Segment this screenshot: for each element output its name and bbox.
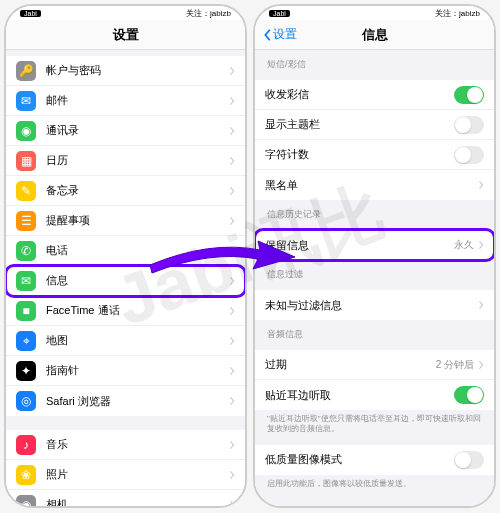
section-header: 信息历史记录 — [255, 200, 494, 224]
settings-row[interactable]: ■FaceTime 通话 — [6, 296, 245, 326]
chevron-right-icon — [229, 126, 235, 136]
app-icon: ✆ — [16, 241, 36, 261]
section-footer: "贴近耳边听取"使您只需将电话举至耳边，即可快速听取和回复收到的音频信息。 — [255, 410, 494, 439]
settings-row[interactable]: 黑名单 — [255, 170, 494, 200]
chevron-right-icon — [229, 96, 235, 106]
row-label: 帐户与密码 — [46, 63, 229, 78]
chevron-right-icon — [478, 180, 484, 190]
toggle-switch[interactable] — [454, 386, 484, 404]
section-footer: 启用此功能后，图像将以较低质量发送。 — [255, 475, 494, 493]
settings-row[interactable]: ◉相机 — [6, 490, 245, 506]
toggle-switch[interactable] — [454, 146, 484, 164]
chevron-right-icon — [229, 500, 235, 507]
phone-messages: Jabi 关注：jabizb 设置 信息 短信/彩信收发彩信显示主题栏字符计数黑… — [253, 4, 496, 508]
row-label: 过期 — [265, 357, 436, 372]
settings-row[interactable]: ✉︎信息 — [6, 266, 245, 296]
chevron-right-icon — [478, 300, 484, 310]
row-value: 永久 — [454, 238, 474, 252]
settings-row[interactable]: ☰提醒事项 — [6, 206, 245, 236]
row-label: 贴近耳边听取 — [265, 388, 454, 403]
status-bar: Jabi 关注：jabizb — [255, 6, 494, 20]
app-icon: ◉ — [16, 495, 36, 507]
settings-row[interactable]: ✎备忘录 — [6, 176, 245, 206]
settings-row[interactable]: ✦指南针 — [6, 356, 245, 386]
row-label: 低质量图像模式 — [265, 452, 454, 467]
phone-settings: Jabi 关注：jabizb 设置 🔑帐户与密码✉︎邮件◉通讯录▦日历✎备忘录☰… — [4, 4, 247, 508]
app-icon: ✎ — [16, 181, 36, 201]
row-label: 相机 — [46, 497, 229, 506]
phones-container: Jabi 关注：jabizb 设置 🔑帐户与密码✉︎邮件◉通讯录▦日历✎备忘录☰… — [0, 0, 500, 512]
chevron-left-icon — [263, 28, 273, 42]
settings-row[interactable]: ⌖地图 — [6, 326, 245, 356]
row-label: 提醒事项 — [46, 213, 229, 228]
row-value: 2 分钟后 — [436, 358, 474, 372]
chevron-right-icon — [478, 360, 484, 370]
settings-row[interactable]: ❀照片 — [6, 460, 245, 490]
settings-row[interactable]: ▦日历 — [6, 146, 245, 176]
chevron-right-icon — [229, 186, 235, 196]
settings-row[interactable]: ◎Safari 浏览器 — [6, 386, 245, 416]
settings-row[interactable]: ♪音乐 — [6, 430, 245, 460]
status-left: Jabi — [20, 10, 41, 17]
app-icon: ◉ — [16, 121, 36, 141]
back-button[interactable]: 设置 — [263, 26, 297, 43]
settings-row[interactable]: 过期2 分钟后 — [255, 350, 494, 380]
settings-row[interactable]: ◉通讯录 — [6, 116, 245, 146]
toggle-switch[interactable] — [454, 451, 484, 469]
chevron-right-icon — [229, 66, 235, 76]
row-label: 通讯录 — [46, 123, 229, 138]
messages-settings-list[interactable]: 短信/彩信收发彩信显示主题栏字符计数黑名单信息历史记录保留信息永久信息过滤未知与… — [255, 50, 494, 506]
toggle-switch[interactable] — [454, 86, 484, 104]
row-label: 照片 — [46, 467, 229, 482]
settings-row[interactable]: 收发彩信 — [255, 80, 494, 110]
app-icon: ✉︎ — [16, 91, 36, 111]
app-icon: ♪ — [16, 435, 36, 455]
app-icon: ☰ — [16, 211, 36, 231]
settings-row[interactable]: 显示主题栏 — [255, 110, 494, 140]
row-label: 信息 — [46, 273, 229, 288]
settings-row[interactable]: ✆电话 — [6, 236, 245, 266]
chevron-right-icon — [229, 306, 235, 316]
row-label: 音乐 — [46, 437, 229, 452]
status-left: Jabi — [269, 10, 290, 17]
chevron-right-icon — [229, 276, 235, 286]
navbar-settings: 设置 — [6, 20, 245, 50]
app-icon: ✦ — [16, 361, 36, 381]
row-label: 显示主题栏 — [265, 117, 454, 132]
row-label: 收发彩信 — [265, 87, 454, 102]
row-label: FaceTime 通话 — [46, 303, 229, 318]
row-label: 地图 — [46, 333, 229, 348]
settings-row[interactable]: 🔑帐户与密码 — [6, 56, 245, 86]
chevron-right-icon — [229, 440, 235, 450]
settings-row[interactable]: 贴近耳边听取 — [255, 380, 494, 410]
toggle-switch[interactable] — [454, 116, 484, 134]
settings-row[interactable]: 低质量图像模式 — [255, 445, 494, 475]
chevron-right-icon — [229, 396, 235, 406]
chevron-right-icon — [229, 336, 235, 346]
row-label: 日历 — [46, 153, 229, 168]
section-header: 信息过滤 — [255, 260, 494, 284]
app-icon: ⌖ — [16, 331, 36, 351]
chevron-right-icon — [229, 470, 235, 480]
chevron-right-icon — [229, 216, 235, 226]
status-bar: Jabi 关注：jabizb — [6, 6, 245, 20]
chevron-right-icon — [229, 246, 235, 256]
row-label: 未知与过滤信息 — [265, 298, 478, 313]
app-icon: ◎ — [16, 391, 36, 411]
settings-list[interactable]: 🔑帐户与密码✉︎邮件◉通讯录▦日历✎备忘录☰提醒事项✆电话✉︎信息■FaceTi… — [6, 50, 245, 506]
status-right: 关注：jabizb — [186, 8, 231, 19]
settings-row[interactable]: ✉︎邮件 — [6, 86, 245, 116]
section-header: 音频信息 — [255, 320, 494, 344]
row-label: 邮件 — [46, 93, 229, 108]
app-icon: ▦ — [16, 151, 36, 171]
row-label: 字符计数 — [265, 147, 454, 162]
row-label: Safari 浏览器 — [46, 394, 229, 409]
app-icon: ❀ — [16, 465, 36, 485]
chevron-right-icon — [229, 366, 235, 376]
settings-row[interactable]: 未知与过滤信息 — [255, 290, 494, 320]
row-label: 保留信息 — [265, 238, 454, 253]
settings-row[interactable]: 保留信息永久 — [255, 230, 494, 260]
app-icon: ✉︎ — [16, 271, 36, 291]
settings-row[interactable]: 字符计数 — [255, 140, 494, 170]
chevron-right-icon — [229, 156, 235, 166]
